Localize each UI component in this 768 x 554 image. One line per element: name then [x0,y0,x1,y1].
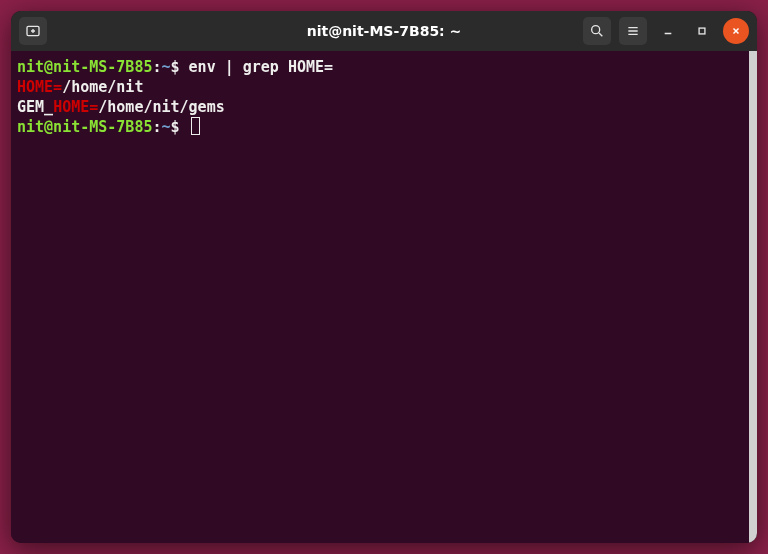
prompt-colon: : [152,58,161,76]
terminal-line: HOME=/home/nit [17,77,751,97]
terminal-line: GEM_HOME=/home/nit/gems [17,97,751,117]
prompt-dollar: $ [171,118,180,136]
scrollbar[interactable] [749,51,757,543]
cursor [191,117,200,135]
terminal-line: nit@nit-MS-7B85:~$ env | grep HOME= [17,57,751,77]
grep-highlight: HOME= [17,78,62,96]
new-tab-icon [25,23,41,39]
command-text: env | grep HOME= [180,58,334,76]
svg-line-4 [599,33,602,36]
output-text: GEM_ [17,98,53,116]
search-button[interactable] [583,17,611,45]
prompt-colon: : [152,118,161,136]
close-button[interactable] [723,18,749,44]
prompt-user-host: nit@nit-MS-7B85 [17,118,152,136]
terminal-window: nit@nit-MS-7B85: ~ [11,11,757,543]
prompt-path: ~ [162,118,171,136]
new-tab-button[interactable] [19,17,47,45]
terminal-line: nit@nit-MS-7B85:~$ [17,117,751,137]
prompt-dollar: $ [171,58,180,76]
minimize-button[interactable] [655,18,681,44]
svg-point-3 [592,26,600,34]
grep-highlight: HOME= [53,98,98,116]
prompt-path: ~ [162,58,171,76]
terminal-area[interactable]: nit@nit-MS-7B85:~$ env | grep HOME= HOME… [11,51,757,543]
output-text: /home/nit/gems [98,98,224,116]
menu-button[interactable] [619,17,647,45]
search-icon [589,23,605,39]
command-text [180,118,189,136]
titlebar: nit@nit-MS-7B85: ~ [11,11,757,51]
prompt-user-host: nit@nit-MS-7B85 [17,58,152,76]
hamburger-icon [625,23,641,39]
minimize-icon [663,26,673,36]
close-icon [731,26,741,36]
window-title: nit@nit-MS-7B85: ~ [307,23,462,39]
maximize-icon [697,26,707,36]
svg-rect-9 [699,28,705,34]
output-text: /home/nit [62,78,143,96]
maximize-button[interactable] [689,18,715,44]
